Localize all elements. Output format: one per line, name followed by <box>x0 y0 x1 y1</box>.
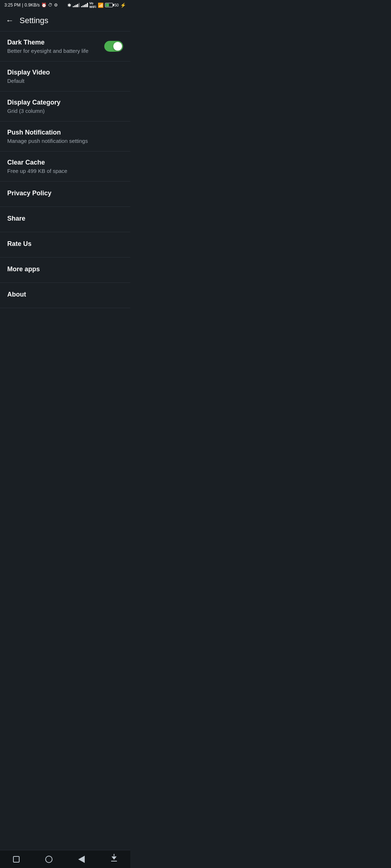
display-video-item[interactable]: Display Video Default <box>0 61 130 92</box>
bluetooth-icon: ✱ <box>67 3 71 8</box>
clear-cache-item[interactable]: Clear Cache Free up 499 KB of space <box>0 152 130 182</box>
signal-bars-1 <box>73 3 80 7</box>
dark-theme-title: Dark Theme <box>7 39 104 46</box>
network-speed: | <box>22 3 23 8</box>
clear-cache-title: Clear Cache <box>7 159 123 166</box>
battery-icon <box>105 3 113 7</box>
status-bar: 3:25 PM | 0.9KB/s ⏰ ⏱ ⚙ ✱ VoWiFi <box>0 0 130 10</box>
clear-cache-content: Clear Cache Free up 499 KB of space <box>7 159 123 174</box>
rate-us-item[interactable]: Rate Us <box>0 232 130 258</box>
toggle-thumb <box>113 42 122 51</box>
privacy-policy-item[interactable]: Privacy Policy <box>0 182 130 207</box>
push-notification-item[interactable]: Push Notification Manage push notificati… <box>0 122 130 152</box>
data-speed: 0.9KB/s <box>25 3 40 8</box>
display-category-item[interactable]: Display Category Grid (3 column) <box>0 92 130 122</box>
vowifi-icon: VoWiFi <box>89 1 96 9</box>
time: 3:25 PM <box>4 3 21 8</box>
status-left: 3:25 PM | 0.9KB/s ⏰ ⏱ ⚙ <box>4 3 58 8</box>
dark-theme-item[interactable]: Dark Theme Better for eyesight and batte… <box>0 31 130 61</box>
about-item[interactable]: About <box>0 283 130 308</box>
share-title: Share <box>7 215 123 222</box>
dark-theme-toggle[interactable] <box>104 41 123 52</box>
extra-icon: ⚙ <box>54 3 58 8</box>
alarm-icon: ⏰ <box>41 3 47 8</box>
back-arrow-icon: ← <box>6 16 14 25</box>
back-button[interactable]: ← <box>6 16 14 25</box>
clock-icon: ⏱ <box>48 3 52 8</box>
display-category-content: Display Category Grid (3 column) <box>7 99 123 114</box>
share-item[interactable]: Share <box>0 207 130 232</box>
push-notification-title: Push Notification <box>7 129 123 136</box>
push-notification-subtitle: Manage push notification settings <box>7 138 123 144</box>
header: ← Settings <box>0 10 130 31</box>
display-video-subtitle: Default <box>7 78 123 84</box>
dark-theme-subtitle: Better for eyesight and battery life <box>7 48 104 54</box>
charging-icon: ⚡ <box>120 3 126 8</box>
settings-list: Dark Theme Better for eyesight and batte… <box>0 31 130 330</box>
about-title: About <box>7 291 123 298</box>
push-notification-content: Push Notification Manage push notificati… <box>7 129 123 144</box>
dark-theme-content: Dark Theme Better for eyesight and batte… <box>7 39 104 54</box>
toggle-track <box>104 41 123 52</box>
display-video-title: Display Video <box>7 69 123 76</box>
clear-cache-subtitle: Free up 499 KB of space <box>7 168 123 174</box>
display-video-content: Display Video Default <box>7 69 123 84</box>
page-title: Settings <box>20 16 49 25</box>
display-category-title: Display Category <box>7 99 123 106</box>
wifi-icon: 📶 <box>98 3 104 8</box>
display-category-subtitle: Grid (3 column) <box>7 108 123 114</box>
signal-bars-2 <box>81 3 88 7</box>
status-right: ✱ VoWiFi 📶 50 ⚡ <box>67 1 126 9</box>
rate-us-title: Rate Us <box>7 240 123 248</box>
battery-percent: 50 <box>114 3 119 7</box>
more-apps-title: More apps <box>7 265 123 273</box>
more-apps-item[interactable]: More apps <box>0 258 130 283</box>
privacy-policy-title: Privacy Policy <box>7 190 123 197</box>
